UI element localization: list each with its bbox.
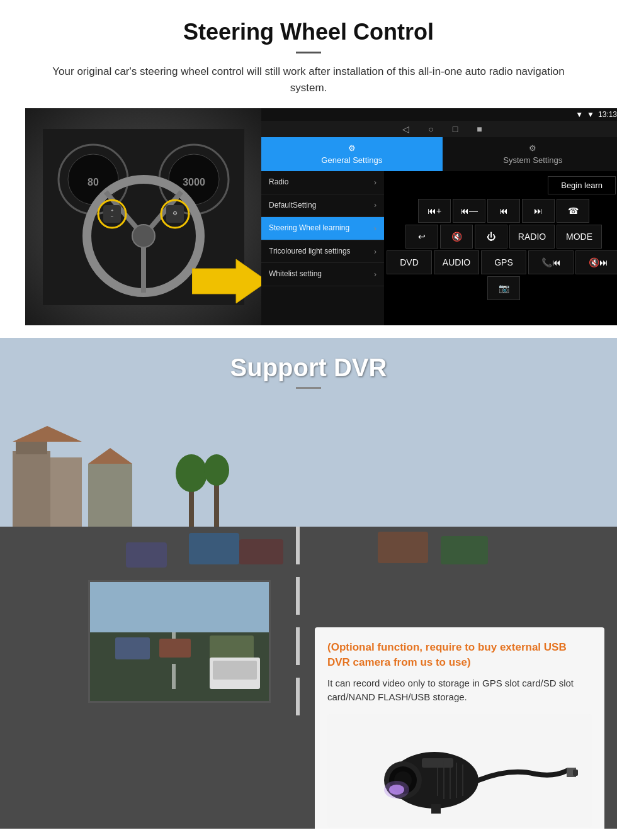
controls-panel: Begin learn ⏮+ ⏮— ⏮ ⏭ ☎ ↩ 🔇 ⏻ [384,171,617,325]
inset-scene-svg [90,582,271,703]
begin-learn-button[interactable]: Begin learn [548,176,616,194]
svg-rect-45 [172,664,176,689]
dvr-inset-road [90,582,269,701]
system-icon: ⚙ [529,143,536,153]
tab-system-label: System Settings [503,155,562,165]
menu-tricoloured-label: Tricoloured light settings [269,247,351,257]
mute-next-button[interactable]: 🔇⏭ [575,250,617,274]
svg-rect-48 [210,636,254,661]
steering-section: Steering Wheel Control Your original car… [0,0,617,338]
menu-item-whitelist[interactable]: Whitelist setting › [261,263,384,286]
menu-item-default[interactable]: DefaultSetting › [261,194,384,218]
ctrl-row-2: ↩ 🔇 ⏻ RADIO MODE [387,225,617,249]
whitelist-chevron-icon: › [374,270,376,279]
vol-up-button[interactable]: ⏮+ [418,199,451,223]
dvd-button[interactable]: DVD [387,250,432,274]
menu-default-label: DefaultSetting [269,201,316,211]
tab-system[interactable]: ⚙ System Settings [443,137,618,171]
dvr-info-card: (Optional function, require to buy exter… [315,627,604,829]
svg-rect-32 [296,527,300,564]
nav-bar: ◁ ○ □ ■ [261,121,617,137]
dvr-camera-svg [340,717,579,824]
svg-rect-34 [296,627,300,665]
menu-radio-label: Radio [269,177,288,188]
svg-rect-64 [431,804,441,814]
phone-button[interactable]: ☎ [557,199,589,223]
svg-marker-19 [192,259,261,303]
svg-rect-46 [115,637,150,659]
mode-button[interactable]: MODE [557,225,602,249]
svg-rect-50 [213,661,257,680]
android-panel: ▼ ▼ 13:13 ◁ ○ □ ■ ⚙ General Settings ⚙ S… [261,108,617,325]
back-nav-icon[interactable]: ◁ [402,124,409,134]
dvr-header: Support DVR [0,338,617,395]
ctrl-row-4: 📷 [387,276,617,300]
dvr-camera-image [327,714,592,827]
svg-rect-58 [573,770,578,776]
svg-rect-38 [126,542,167,568]
vol-down-button[interactable]: ⏮— [453,199,485,223]
dvr-divider [296,387,321,389]
steering-photo: 80 3000 + − [25,108,261,325]
tab-general-label: General Settings [321,155,382,165]
home-nav-icon[interactable]: ○ [428,124,433,134]
dvr-title: Support DVR [13,354,604,382]
steering-photo-inner: 80 3000 + − [25,108,261,325]
menu-list: Radio › DefaultSetting › Steering Wheel … [261,171,384,325]
svg-rect-22 [16,442,47,454]
menu-item-steering-learning[interactable]: Steering Wheel learning › [261,217,384,240]
radio-chevron-icon: › [374,178,376,187]
menu-whitelist-label: Whitelist setting [269,269,322,279]
tab-general[interactable]: ⚙ General Settings [261,137,443,171]
svg-rect-35 [296,678,300,715]
svg-text:+: + [110,208,113,213]
status-bar: ▼ ▼ 13:13 [261,108,617,121]
svg-rect-42 [90,582,271,632]
recent-nav-icon[interactable]: □ [453,124,458,134]
steering-subtitle: Your original car's steering wheel contr… [50,64,567,96]
svg-text:3000: 3000 [183,177,205,188]
svg-point-30 [204,454,229,486]
dvr-section: Support DVR (Optional function, require [0,338,617,829]
svg-rect-24 [50,457,82,527]
menu-item-tricoloured[interactable]: Tricoloured light settings › [261,240,384,264]
svg-rect-25 [88,464,132,527]
svg-rect-39 [378,532,428,563]
gps-button[interactable]: GPS [481,250,526,274]
svg-rect-40 [441,536,488,564]
steering-divider [296,52,321,53]
steering-content: 80 3000 + − [25,108,592,325]
phone-prev-button[interactable]: 📞⏮ [528,250,574,274]
svg-rect-21 [13,451,50,527]
svg-rect-33 [296,577,300,615]
menu-steering-label: Steering Wheel learning [269,223,349,233]
svg-point-11 [132,225,155,247]
extra-nav-icon[interactable]: ■ [477,124,482,134]
dvr-info-title: (Optional function, require to buy exter… [327,640,592,670]
tricoloured-chevron-icon: › [374,247,376,256]
svg-rect-36 [189,533,239,564]
svg-rect-47 [159,639,191,658]
svg-rect-29 [214,479,219,527]
mute-button[interactable]: 🔇 [440,225,473,249]
steering-title: Steering Wheel Control [25,19,592,45]
power-button[interactable]: ⏻ [475,225,507,249]
settings-tabs: ⚙ General Settings ⚙ System Settings [261,137,617,171]
radio-button[interactable]: RADIO [509,225,555,249]
steering-chevron-icon: › [374,224,376,233]
signal-icon: ▼ [575,110,583,119]
svg-point-56 [384,781,409,798]
audio-button[interactable]: AUDIO [434,250,479,274]
back-button[interactable]: ↩ [405,225,438,249]
menu-item-radio[interactable]: Radio › [261,171,384,194]
svg-text:−: − [110,214,113,220]
menu-controls: Radio › DefaultSetting › Steering Wheel … [261,171,617,325]
time-display: 13:13 [598,110,617,119]
camera-button[interactable]: 📷 [487,276,520,300]
begin-learn-row: Begin learn [387,174,617,197]
ctrl-row-1: ⏮+ ⏮— ⏮ ⏭ ☎ [387,199,617,223]
ctrl-row-3: DVD AUDIO GPS 📞⏮ 🔇⏭ [387,250,617,274]
next-track-button[interactable]: ⏭ [522,199,555,223]
svg-text:⚙: ⚙ [173,210,178,216]
prev-track-button[interactable]: ⏮ [487,199,520,223]
